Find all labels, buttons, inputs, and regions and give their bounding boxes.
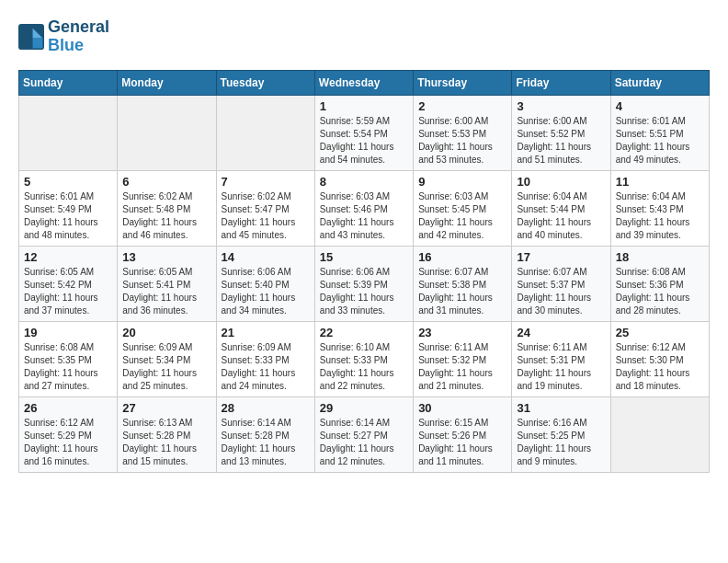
day-number: 21: [222, 326, 310, 339]
day-number: 8: [320, 175, 408, 189]
weekday-header-row: SundayMondayTuesdayWednesdayThursdayFrid…: [19, 70, 710, 95]
day-number: 31: [517, 401, 605, 415]
day-number: 10: [517, 175, 605, 189]
day-number: 17: [517, 250, 605, 264]
day-detail: Sunrise: 6:03 AMSunset: 5:46 PMDaylight:…: [320, 190, 408, 242]
day-detail: Sunrise: 6:15 AMSunset: 5:26 PMDaylight:…: [418, 417, 506, 468]
calendar-week-2: 5Sunrise: 6:01 AMSunset: 5:49 PMDaylight…: [19, 170, 710, 246]
calendar-week-5: 26Sunrise: 6:12 AMSunset: 5:29 PMDayligh…: [19, 396, 710, 472]
day-number: 19: [24, 326, 112, 339]
day-detail: Sunrise: 6:00 AMSunset: 5:52 PMDaylight:…: [517, 115, 605, 167]
day-detail: Sunrise: 6:08 AMSunset: 5:35 PMDaylight:…: [24, 341, 112, 393]
calendar-cell: 5Sunrise: 6:01 AMSunset: 5:49 PMDaylight…: [19, 170, 118, 246]
calendar-cell: 8Sunrise: 6:03 AMSunset: 5:46 PMDaylight…: [314, 170, 413, 246]
logo: GeneralBlue: [18, 18, 109, 55]
day-number: 2: [418, 99, 506, 113]
day-number: 13: [122, 250, 210, 264]
calendar-cell: 25Sunrise: 6:12 AMSunset: 5:30 PMDayligh…: [610, 321, 709, 396]
day-number: 12: [24, 250, 112, 264]
day-detail: Sunrise: 6:07 AMSunset: 5:38 PMDaylight:…: [418, 266, 506, 317]
weekday-header-friday: Friday: [512, 70, 610, 95]
svg-marker-2: [33, 38, 43, 48]
calendar-cell: 16Sunrise: 6:07 AMSunset: 5:38 PMDayligh…: [414, 246, 512, 321]
calendar-cell: 24Sunrise: 6:11 AMSunset: 5:31 PMDayligh…: [512, 321, 610, 396]
day-detail: Sunrise: 6:12 AMSunset: 5:30 PMDaylight:…: [616, 341, 704, 393]
day-detail: Sunrise: 6:12 AMSunset: 5:29 PMDaylight:…: [24, 417, 112, 468]
calendar-cell: 26Sunrise: 6:12 AMSunset: 5:29 PMDayligh…: [19, 396, 118, 472]
day-number: 18: [616, 250, 704, 264]
calendar-cell: 18Sunrise: 6:08 AMSunset: 5:36 PMDayligh…: [610, 246, 709, 321]
calendar-table: SundayMondayTuesdayWednesdayThursdayFrid…: [18, 70, 710, 473]
day-number: 7: [222, 175, 310, 189]
day-number: 20: [122, 326, 210, 339]
calendar-cell: 19Sunrise: 6:08 AMSunset: 5:35 PMDayligh…: [19, 321, 118, 396]
calendar-cell: 4Sunrise: 6:01 AMSunset: 5:51 PMDaylight…: [610, 95, 709, 170]
day-number: 1: [320, 99, 408, 113]
day-detail: Sunrise: 6:08 AMSunset: 5:36 PMDaylight:…: [616, 266, 704, 317]
weekday-header-thursday: Thursday: [414, 70, 512, 95]
day-number: 27: [122, 401, 210, 415]
day-number: 3: [517, 99, 605, 113]
weekday-header-wednesday: Wednesday: [314, 70, 413, 95]
day-number: 11: [616, 175, 704, 189]
day-detail: Sunrise: 6:13 AMSunset: 5:28 PMDaylight:…: [122, 417, 210, 468]
day-detail: Sunrise: 6:09 AMSunset: 5:33 PMDaylight:…: [222, 341, 310, 393]
day-number: 14: [222, 250, 310, 264]
day-detail: Sunrise: 6:01 AMSunset: 5:51 PMDaylight:…: [616, 115, 704, 167]
calendar-week-3: 12Sunrise: 6:05 AMSunset: 5:42 PMDayligh…: [19, 246, 710, 321]
day-number: 28: [222, 401, 310, 415]
calendar-cell: 20Sunrise: 6:09 AMSunset: 5:34 PMDayligh…: [118, 321, 216, 396]
calendar-cell: 21Sunrise: 6:09 AMSunset: 5:33 PMDayligh…: [216, 321, 314, 396]
day-number: 24: [517, 326, 605, 339]
day-detail: Sunrise: 6:02 AMSunset: 5:47 PMDaylight:…: [222, 190, 310, 242]
calendar-cell: 29Sunrise: 6:14 AMSunset: 5:27 PMDayligh…: [314, 396, 413, 472]
calendar-cell: 7Sunrise: 6:02 AMSunset: 5:47 PMDaylight…: [216, 170, 314, 246]
calendar-cell: 14Sunrise: 6:06 AMSunset: 5:40 PMDayligh…: [216, 246, 314, 321]
day-detail: Sunrise: 6:04 AMSunset: 5:44 PMDaylight:…: [517, 190, 605, 242]
calendar-cell: 22Sunrise: 6:10 AMSunset: 5:33 PMDayligh…: [314, 321, 413, 396]
day-detail: Sunrise: 6:01 AMSunset: 5:49 PMDaylight:…: [24, 190, 112, 242]
day-number: 15: [320, 250, 408, 264]
day-detail: Sunrise: 6:09 AMSunset: 5:34 PMDaylight:…: [122, 341, 210, 393]
day-number: 22: [320, 326, 408, 339]
day-detail: Sunrise: 6:05 AMSunset: 5:41 PMDaylight:…: [122, 266, 210, 317]
calendar-cell: 1Sunrise: 5:59 AMSunset: 5:54 PMDaylight…: [314, 95, 413, 170]
weekday-header-tuesday: Tuesday: [216, 70, 314, 95]
day-number: 6: [122, 175, 210, 189]
calendar-cell: 2Sunrise: 6:00 AMSunset: 5:53 PMDaylight…: [414, 95, 512, 170]
day-number: 9: [418, 175, 506, 189]
calendar-cell: 23Sunrise: 6:11 AMSunset: 5:32 PMDayligh…: [414, 321, 512, 396]
day-detail: Sunrise: 6:07 AMSunset: 5:37 PMDaylight:…: [517, 266, 605, 317]
day-number: 23: [418, 326, 506, 339]
weekday-header-monday: Monday: [118, 70, 216, 95]
calendar-cell: 28Sunrise: 6:14 AMSunset: 5:28 PMDayligh…: [216, 396, 314, 472]
day-number: 29: [320, 401, 408, 415]
day-detail: Sunrise: 6:05 AMSunset: 5:42 PMDaylight:…: [24, 266, 112, 317]
day-detail: Sunrise: 6:04 AMSunset: 5:43 PMDaylight:…: [616, 190, 704, 242]
calendar-cell: 17Sunrise: 6:07 AMSunset: 5:37 PMDayligh…: [512, 246, 610, 321]
weekday-header-sunday: Sunday: [19, 70, 118, 95]
day-detail: Sunrise: 6:16 AMSunset: 5:25 PMDaylight:…: [517, 417, 605, 468]
calendar-cell: 30Sunrise: 6:15 AMSunset: 5:26 PMDayligh…: [414, 396, 512, 472]
day-detail: Sunrise: 6:11 AMSunset: 5:32 PMDaylight:…: [418, 341, 506, 393]
calendar-week-4: 19Sunrise: 6:08 AMSunset: 5:35 PMDayligh…: [19, 321, 710, 396]
calendar-cell: [19, 95, 118, 170]
day-detail: Sunrise: 6:06 AMSunset: 5:40 PMDaylight:…: [222, 266, 310, 317]
calendar-cell: 15Sunrise: 6:06 AMSunset: 5:39 PMDayligh…: [314, 246, 413, 321]
weekday-header-saturday: Saturday: [610, 70, 709, 95]
calendar-cell: 3Sunrise: 6:00 AMSunset: 5:52 PMDaylight…: [512, 95, 610, 170]
calendar-cell: 10Sunrise: 6:04 AMSunset: 5:44 PMDayligh…: [512, 170, 610, 246]
day-number: 5: [24, 175, 112, 189]
day-number: 4: [616, 99, 704, 113]
calendar-cell: 31Sunrise: 6:16 AMSunset: 5:25 PMDayligh…: [512, 396, 610, 472]
day-detail: Sunrise: 6:11 AMSunset: 5:31 PMDaylight:…: [517, 341, 605, 393]
calendar-cell: 12Sunrise: 6:05 AMSunset: 5:42 PMDayligh…: [19, 246, 118, 321]
day-number: 30: [418, 401, 506, 415]
day-detail: Sunrise: 6:14 AMSunset: 5:27 PMDaylight:…: [320, 417, 408, 468]
day-detail: Sunrise: 6:03 AMSunset: 5:45 PMDaylight:…: [418, 190, 506, 242]
calendar-cell: 11Sunrise: 6:04 AMSunset: 5:43 PMDayligh…: [610, 170, 709, 246]
day-detail: Sunrise: 6:10 AMSunset: 5:33 PMDaylight:…: [320, 341, 408, 393]
day-detail: Sunrise: 6:14 AMSunset: 5:28 PMDaylight:…: [222, 417, 310, 468]
day-number: 26: [24, 401, 112, 415]
logo-text: GeneralBlue: [48, 18, 109, 55]
